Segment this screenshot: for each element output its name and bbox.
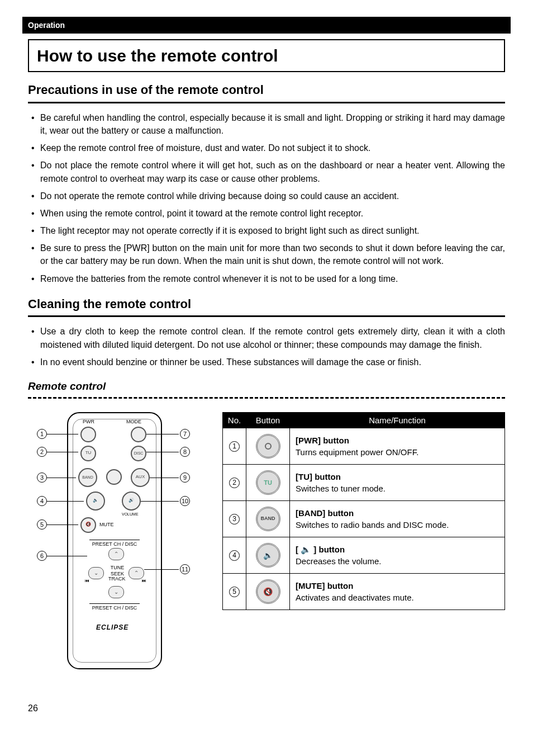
list-item: Use a dry cloth to keep the remote contr… (28, 325, 505, 351)
table-row: 2 TU [TU] buttonSwitches to tuner mode. (223, 465, 505, 501)
col-no: No. (223, 412, 246, 428)
disc-button-icon: DISC (131, 446, 146, 461)
callout-4: 4 (37, 496, 47, 506)
precautions-heading: Precautions in use of the remote control (28, 82, 505, 103)
row-name: [BAND] button (296, 508, 499, 519)
table-row: 1 [PWR] buttonTurns equipment power ON/O… (223, 428, 505, 465)
callout-1: 1 (37, 429, 47, 439)
precautions-list: Be careful when handling the control, es… (28, 111, 505, 285)
dashed-divider (28, 397, 505, 399)
row-desc: Decreases the volume. (296, 556, 381, 566)
row-no: 1 (229, 441, 240, 452)
mute-label: MUTE (99, 522, 114, 528)
pwr-label: PWR (83, 419, 94, 426)
button-reference-table: No. Button Name/Function 1 [PWR] buttonT… (222, 412, 505, 611)
pwr-button-icon (80, 427, 96, 442)
col-function: Name/Function (290, 412, 505, 428)
dpad-up-icon: ⌃ (108, 548, 124, 560)
vol-down-icon: 🔈 (86, 492, 105, 511)
volume-label: VOLUME (122, 512, 139, 517)
brand-label: ECLIPSE (96, 623, 129, 632)
cleaning-list: Use a dry cloth to keep the remote contr… (28, 325, 505, 368)
row-desc: Switches to radio bands and DISC mode. (296, 520, 449, 530)
dpad: ⌃ ⌄ ⌃ ⌄ TUNE SEEK TRACK ⏮ ⏭ (88, 550, 144, 606)
row-desc: Switches to tuner mode. (296, 484, 386, 493)
row-name: [ 🔈 ] button (296, 544, 499, 555)
list-item: When using the remote control, point it … (28, 207, 505, 220)
row-desc: Turns equipment power ON/OFF. (296, 447, 418, 457)
row-no: 5 (229, 587, 240, 597)
mode-label: MODE (126, 419, 141, 426)
row-name: [PWR] button (296, 435, 499, 446)
remote-subheading: Remote control (28, 380, 505, 394)
list-item: The light receptor may not operate corre… (28, 224, 505, 237)
row-no: 3 (229, 514, 240, 525)
callout-9: 9 (180, 472, 190, 483)
list-item: Remove the batteries from the remote con… (28, 272, 505, 285)
dpad-down-icon: ⌄ (108, 586, 124, 598)
callout-5: 5 (37, 519, 47, 530)
pwr-button-graphic (256, 434, 280, 459)
row-name: [TU] button (296, 471, 499, 483)
row-desc: Activates and deactivates mute. (296, 593, 414, 602)
tu-button-icon: TU (80, 446, 96, 461)
remote-body-outline: PWR MODE TU DISC BAND AUX 🔈 🔊 VOLUME 🔇 M… (67, 412, 162, 669)
table-row: 5 🔇 [MUTE] buttonActivates and deactivat… (223, 574, 505, 610)
list-item: Do not operate the remote control while … (28, 190, 505, 202)
mute-button-icon: 🔇 (80, 517, 96, 533)
list-item: Be careful when handling the control, es… (28, 111, 505, 137)
tu-button-graphic: TU (256, 470, 280, 495)
mode-button-icon (131, 427, 146, 442)
row-no: 4 (229, 550, 240, 561)
dpad-left-icon: ⌄ (88, 567, 104, 579)
dpad-right-icon: ⌃ (129, 567, 144, 579)
table-row: 4 🔈 [ 🔈 ] buttonDecreases the volume. (223, 537, 505, 574)
callout-2: 2 (37, 447, 47, 457)
list-item: Keep the remote control free of moisture… (28, 141, 505, 154)
callout-6: 6 (37, 551, 47, 561)
vol-up-icon: 🔊 (122, 492, 141, 511)
aux-button-icon: AUX (131, 468, 150, 487)
center-button-icon (106, 469, 122, 485)
list-item: In no event should benzine or thinner be… (28, 356, 505, 368)
list-item: Do not place the remote control where it… (28, 159, 505, 185)
cleaning-heading: Cleaning the remote control (28, 296, 505, 318)
callout-8: 8 (180, 447, 190, 457)
remote-diagram: PWR MODE TU DISC BAND AUX 🔈 🔊 VOLUME 🔇 M… (28, 412, 207, 681)
preset-top-label: PRESET CH / DISC (89, 540, 140, 548)
page-title: How to use the remote control (28, 39, 505, 72)
band-button-graphic: BAND (256, 507, 280, 531)
page-number: 26 (28, 703, 505, 715)
table-row: 3 BAND [BAND] buttonSwitches to radio ba… (223, 501, 505, 537)
mute-button-graphic: 🔇 (256, 579, 280, 604)
callout-3: 3 (37, 472, 47, 483)
band-button-icon: BAND (78, 468, 97, 487)
list-item: Be sure to press the [PWR] button on the… (28, 242, 505, 267)
section-header: Operation (22, 17, 511, 34)
row-no: 2 (229, 478, 240, 488)
row-name: [MUTE] button (296, 580, 499, 592)
track-label: TRACK (108, 576, 126, 583)
callout-11: 11 (180, 564, 190, 574)
preset-bottom-label: PRESET CH / DISC (89, 603, 140, 612)
callout-7: 7 (180, 429, 190, 439)
voldown-button-graphic: 🔈 (256, 543, 280, 568)
callout-10: 10 (180, 496, 190, 506)
col-button: Button (246, 412, 290, 428)
